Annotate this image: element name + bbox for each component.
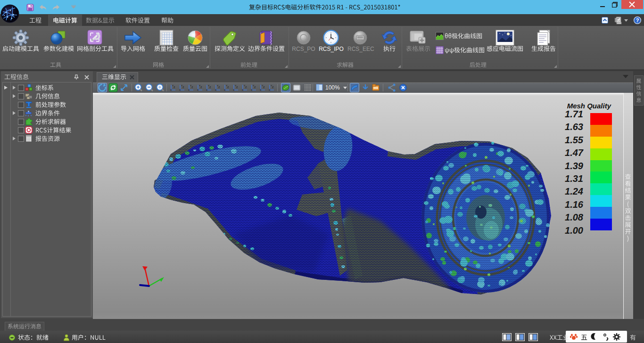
svg-text:v: v (217, 84, 218, 87)
svg-text:v: v (208, 84, 209, 87)
svg-text:v: v (271, 84, 272, 87)
svg-text:x: x (215, 88, 217, 91)
svg-text:z: z (173, 85, 175, 89)
svg-text:z: z (272, 85, 274, 89)
svg-text:v: v (235, 84, 236, 87)
svg-text:x: x (251, 88, 253, 91)
svg-text:z: z (209, 85, 211, 89)
svg-text:x: x (269, 88, 271, 91)
svg-text:v: v (172, 84, 173, 87)
svg-text:x: x (233, 88, 235, 91)
svg-text:x: x (224, 88, 226, 91)
svg-text:z: z (236, 85, 238, 89)
svg-text:x: x (170, 88, 172, 91)
svg-text:x: x (188, 88, 190, 91)
svg-text:z: z (191, 85, 193, 89)
svg-text:z: z (263, 85, 265, 89)
svg-text:x: x (179, 88, 181, 91)
svg-text:z: z (227, 85, 229, 89)
svg-text:z: z (254, 85, 256, 89)
svg-text:x: x (197, 88, 199, 91)
svg-text:v: v (262, 84, 263, 87)
svg-text:v: v (199, 84, 200, 87)
svg-text:x: x (206, 88, 208, 91)
svg-text:x: x (260, 88, 262, 91)
svg-text:v: v (244, 84, 245, 87)
svg-text:z: z (245, 85, 247, 89)
svg-text:v: v (181, 84, 182, 87)
svg-text:z: z (218, 85, 220, 89)
svg-text:z: z (200, 85, 202, 89)
svg-text:?: ? (636, 17, 639, 23)
svg-text:z: z (182, 85, 184, 89)
svg-text:x: x (242, 88, 244, 91)
svg-text:v: v (190, 84, 191, 87)
svg-text:v: v (253, 84, 254, 87)
svg-text:v: v (226, 84, 227, 87)
